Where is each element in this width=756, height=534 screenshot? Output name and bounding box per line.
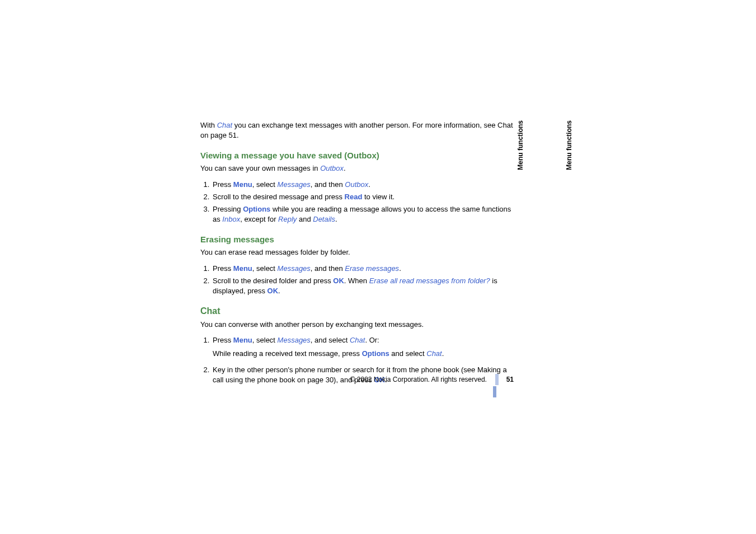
outbox-link: Outbox [345,180,368,189]
erase-list: Press Menu, select Messages, and then Er… [200,264,514,297]
outbox-link: Outbox [320,164,344,172]
list-item: Press Menu, select Messages, and then Er… [212,264,514,274]
options-button-text: Options [243,205,270,213]
list-item: Press Menu, select Messages, and then Ou… [212,180,514,190]
read-button-text: Read [345,193,363,201]
ok-button-text: OK [333,277,344,285]
page-number: 51 [506,376,514,383]
heading-outbox: Viewing a message you have saved (Outbox… [200,151,514,160]
chat-link: Chat [217,121,232,129]
erase-prompt-text: Erase all read messages from folder? [369,277,490,285]
outbox-lead: You can save your own messages in Outbox… [200,163,514,174]
messages-link: Messages [278,336,311,344]
menu-button-text: Menu [233,336,252,344]
intro-prefix: With [200,121,217,129]
heading-erasing: Erasing messages [200,235,514,244]
chat-lead: You can converse with another person by … [200,320,514,330]
menu-button-text: Menu [233,264,252,273]
heading-chat: Chat [200,306,514,316]
list-item: Scroll to the desired folder and press O… [212,276,514,296]
ok-button-text: OK [267,287,279,295]
list-item: Press Menu, select Messages, and select … [212,335,514,359]
messages-link: Messages [278,180,311,189]
chat-sub: While reading a received text message, p… [213,349,514,359]
messages-link: Messages [278,264,311,273]
copyright-text: © 2002 Nokia Corporation. All rights res… [350,376,487,383]
options-button-text: Options [362,349,389,358]
page-footer: © 2002 Nokia Corporation. All rights res… [200,374,514,385]
intro-rest: you can exchange text messages with anot… [200,121,513,139]
footer-bar-lower-icon [493,386,496,397]
side-label-inner: Menu functions [516,120,524,170]
erase-lead: You can erase read messages folder by fo… [200,247,514,257]
footer-bar-icon [495,374,499,385]
chat-link: Chat [426,349,442,358]
intro-paragraph: With Chat you can exchange text messages… [200,120,514,140]
details-link: Details [313,215,335,223]
reply-link: Reply [278,215,297,223]
side-label-outer: Menu functions [565,120,573,170]
chat-link: Chat [350,336,365,344]
outbox-list: Press Menu, select Messages, and then Ou… [200,180,514,225]
erase-messages-link: Erase messages [345,264,399,273]
list-item: Pressing Options while you are reading a… [212,204,514,224]
inbox-link: Inbox [222,215,240,223]
document-body: With Chat you can exchange text messages… [200,120,514,387]
menu-button-text: Menu [233,180,252,189]
list-item: Scroll to the desired message and press … [212,192,514,202]
